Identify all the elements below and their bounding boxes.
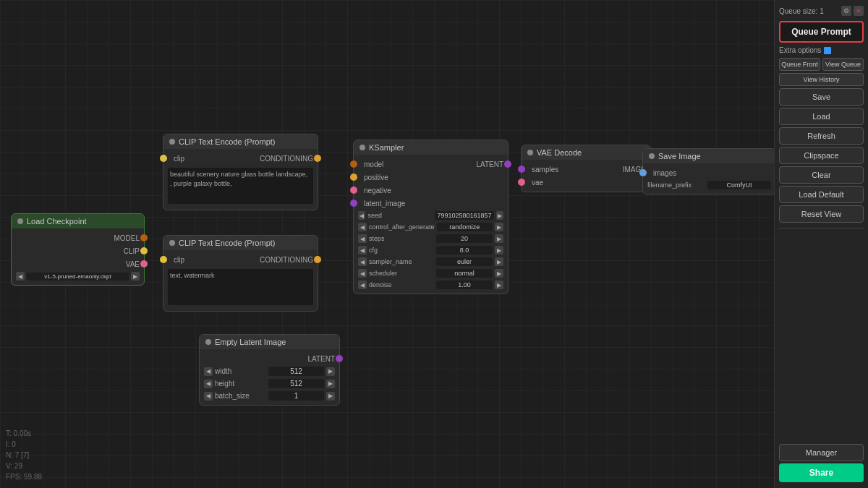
queue-prompt-button[interactable]: Queue Prompt bbox=[779, 21, 864, 43]
extra-options-label: Extra options bbox=[779, 46, 821, 54]
title-dot-neg bbox=[169, 240, 175, 246]
positive-in-label: positive bbox=[364, 174, 388, 181]
clear-button[interactable]: Clear bbox=[779, 166, 864, 184]
ctrl-right-btn[interactable]: ▶ bbox=[495, 223, 503, 231]
save-input-images: images bbox=[643, 166, 775, 179]
queue-settings-btn[interactable]: ⚙ bbox=[841, 6, 851, 16]
node-vae-decode: VAE Decode samples IMAGE vae bbox=[521, 145, 651, 192]
denoise-value: 1.00 bbox=[436, 281, 493, 289]
clipspace-button[interactable]: Clipspace bbox=[779, 147, 864, 164]
width-left-btn[interactable]: ◀ bbox=[204, 367, 213, 376]
width-label: width bbox=[215, 367, 266, 375]
clip-neg-text[interactable]: text, watermark bbox=[168, 269, 313, 305]
cfg-value: 8.0 bbox=[436, 246, 493, 254]
node-empty-latent: Empty Latent Image LATENT ◀ width 512 ▶ … bbox=[199, 334, 340, 406]
clip-in-socket-neg bbox=[160, 256, 167, 263]
negative-in-socket bbox=[350, 187, 357, 194]
filename-value: ComfyUI bbox=[707, 181, 771, 189]
node-output-vae: VAE bbox=[12, 257, 144, 270]
model-socket bbox=[140, 234, 148, 241]
clip-pos-text[interactable]: beautiful scenery nature glass bottle la… bbox=[168, 168, 313, 204]
node-title-text-save: Save Image bbox=[658, 152, 701, 160]
vae-input-samples: samples IMAGE bbox=[522, 163, 650, 176]
sampler-left-btn[interactable]: ◀ bbox=[358, 257, 367, 266]
ckpt-right-btn[interactable]: ▶ bbox=[131, 272, 140, 281]
status-bar: T: 0.00s I: 0 N: 7 [7] V: 29 FPS: 59.88 bbox=[6, 428, 42, 482]
node-output-clip: CLIP bbox=[12, 244, 144, 257]
ctrl-left-btn[interactable]: ◀ bbox=[358, 223, 367, 231]
param-steps: ◀ steps 20 ▶ bbox=[354, 233, 508, 244]
sched-value: normal bbox=[436, 269, 493, 278]
title-dot-latent bbox=[205, 339, 211, 345]
extra-toggle[interactable] bbox=[824, 47, 831, 54]
status-i: I: 0 bbox=[6, 439, 42, 450]
load-default-button[interactable]: Load Default bbox=[779, 186, 864, 203]
vae-socket bbox=[140, 260, 148, 267]
positive-in-socket bbox=[350, 174, 357, 181]
sched-right-btn[interactable]: ▶ bbox=[495, 269, 503, 278]
queue-size-label: Queue size: 1 bbox=[779, 7, 824, 15]
status-v: V: 29 bbox=[6, 461, 42, 471]
right-panel: Queue size: 1 ⚙ ✕ Queue Prompt Extra opt… bbox=[774, 0, 868, 488]
load-button[interactable]: Load bbox=[779, 108, 864, 125]
ctrl-label: control_after_generate bbox=[369, 223, 435, 231]
node-body-empty-latent: LATENT ◀ width 512 ▶ ◀ height 512 ▶ ◀ ba… bbox=[200, 349, 339, 405]
denoise-right-btn[interactable]: ▶ bbox=[495, 281, 503, 289]
param-cfg: ◀ cfg 8.0 ▶ bbox=[354, 244, 508, 256]
node-title-text-neg: CLIP Text Encode (Prompt) bbox=[179, 239, 276, 247]
model-in-socket bbox=[350, 160, 357, 168]
status-fps: FPS: 59.88 bbox=[6, 471, 42, 482]
seed-value: 799102580161857 bbox=[435, 211, 493, 220]
node-title-save-image: Save Image bbox=[643, 149, 775, 163]
save-button[interactable]: Save bbox=[779, 88, 864, 106]
latent-socket bbox=[336, 355, 343, 362]
filename-label: filename_prefix bbox=[647, 181, 705, 189]
height-right-btn[interactable]: ▶ bbox=[326, 380, 335, 388]
node-body-clip-neg: clip CONDITIONING text, watermark bbox=[163, 250, 318, 311]
share-button[interactable]: Share bbox=[779, 463, 864, 482]
seed-label: seed bbox=[367, 212, 433, 219]
param-denoise: ◀ denoise 1.00 ▶ bbox=[354, 279, 508, 291]
denoise-left-btn[interactable]: ◀ bbox=[358, 281, 367, 289]
manager-button[interactable]: Manager bbox=[779, 444, 864, 461]
title-dot-ksampler bbox=[359, 145, 365, 150]
batch-left-btn[interactable]: ◀ bbox=[204, 392, 213, 401]
sched-left-btn[interactable]: ◀ bbox=[358, 269, 367, 278]
samples-in-label: samples bbox=[532, 166, 558, 174]
extra-options-row: Extra options bbox=[779, 45, 864, 56]
height-label: height bbox=[215, 380, 266, 388]
clip-in-label-pos: clip bbox=[174, 155, 184, 163]
height-left-btn[interactable]: ◀ bbox=[204, 380, 213, 388]
sampler-right-btn[interactable]: ▶ bbox=[495, 257, 503, 266]
node-title-text: Load Checkpoint bbox=[27, 217, 87, 226]
ckpt-left-btn[interactable]: ◀ bbox=[16, 272, 25, 281]
conditioning-out-label-pos: CONDITIONING bbox=[260, 155, 313, 163]
steps-right-btn[interactable]: ▶ bbox=[495, 234, 503, 243]
queue-icons: ⚙ ✕ bbox=[841, 6, 864, 16]
width-right-btn[interactable]: ▶ bbox=[326, 367, 335, 376]
view-history-button[interactable]: View History bbox=[779, 73, 864, 86]
steps-label: steps bbox=[369, 235, 434, 242]
sampler-label: sampler_name bbox=[369, 258, 434, 265]
param-scheduler: ◀ scheduler normal ▶ bbox=[354, 267, 508, 279]
param-control: ◀ control_after_generate randomize ▶ bbox=[354, 221, 508, 233]
param-seed: ◀ seed 799102580161857 ▶ bbox=[354, 210, 508, 221]
seed-right-btn[interactable]: ▶ bbox=[496, 211, 503, 220]
queue-front-button[interactable]: Queue Front bbox=[779, 58, 820, 71]
seed-left-btn[interactable]: ◀ bbox=[358, 211, 365, 220]
cfg-left-btn[interactable]: ◀ bbox=[358, 246, 367, 254]
ctrl-value: randomize bbox=[437, 223, 493, 231]
refresh-button[interactable]: Refresh bbox=[779, 127, 864, 145]
node-title-clip-pos: CLIP Text Encode (Prompt) bbox=[163, 134, 318, 149]
steps-left-btn[interactable]: ◀ bbox=[358, 234, 367, 243]
view-queue-button[interactable]: View Queue bbox=[822, 58, 864, 71]
queue-close-btn[interactable]: ✕ bbox=[854, 6, 864, 16]
sched-label: scheduler bbox=[369, 270, 434, 277]
latent-out-label: LATENT bbox=[307, 355, 335, 363]
node-input-clip-neg: clip CONDITIONING bbox=[163, 253, 318, 266]
reset-view-button[interactable]: Reset View bbox=[779, 205, 864, 223]
node-title-text-vae: VAE Decode bbox=[537, 148, 582, 157]
batch-right-btn[interactable]: ▶ bbox=[326, 392, 335, 401]
node-title-text-pos: CLIP Text Encode (Prompt) bbox=[179, 137, 276, 146]
cfg-right-btn[interactable]: ▶ bbox=[495, 246, 503, 254]
